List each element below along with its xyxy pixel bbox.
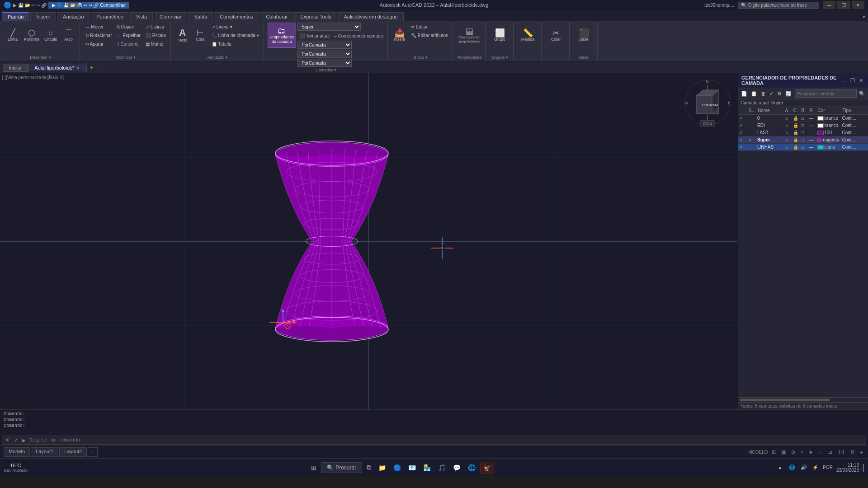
btn-aparar[interactable]: ✂ Aparar: [84, 40, 114, 48]
tab-aplicativos[interactable]: Aplicativos em destaque: [338, 12, 404, 21]
btn-rotacionar[interactable]: ↻ Rotacionar: [84, 31, 114, 39]
btn-corresponder[interactable]: = Corresponder camada: [332, 32, 385, 40]
taskview-button[interactable]: ⧉: [364, 462, 374, 473]
btn-medida[interactable]: 📏Medida: [519, 23, 537, 48]
btn-arco[interactable]: ⌒Arco: [61, 23, 77, 48]
btn-base[interactable]: ⬛Base: [576, 23, 592, 48]
zoom-icon[interactable]: 1:1: [836, 449, 846, 455]
search-box[interactable]: 🔍Digite palavra-chave ou frase: [738, 2, 819, 9]
ortho-icon[interactable]: ⊕: [790, 449, 797, 455]
layer-select-tipo[interactable]: PorCamada: [297, 50, 352, 58]
search-button[interactable]: 🔍 Procurar: [321, 462, 362, 473]
maximize-button[interactable]: ❐: [837, 1, 850, 9]
new-tab-button[interactable]: +: [86, 63, 96, 72]
app-teams[interactable]: 💬: [450, 462, 463, 473]
tab-iniciar[interactable]: Iniciar: [3, 64, 28, 72]
snap-icon[interactable]: ▦: [780, 449, 787, 455]
tab-parametrico[interactable]: Paramétrico: [91, 12, 129, 21]
angle-icon[interactable]: ∟: [816, 449, 824, 455]
panel-minimize[interactable]: —: [840, 77, 848, 84]
osnap-icon[interactable]: ◈: [807, 449, 814, 455]
layer-select-current[interactable]: Super: [297, 23, 361, 31]
btn-matriz[interactable]: ▦ Matriz: [144, 40, 168, 48]
new-layer-in-vp-btn[interactable]: 📋: [750, 90, 759, 97]
btn-colar[interactable]: ✂Colar: [548, 23, 564, 48]
layer-row-0[interactable]: ✓ 0 ☼ 🔒 □ — branco Conti...: [738, 115, 868, 122]
viewcube[interactable]: N S W E: [683, 78, 732, 127]
app-mail[interactable]: 📧: [406, 462, 419, 473]
panel-close[interactable]: ✕: [858, 77, 864, 84]
grid-icon[interactable]: ⊞: [770, 449, 777, 455]
layer-row-super[interactable]: ✓ ✓ Super ☼ 🔒 □ — magenta Conti...: [738, 136, 868, 144]
tab-modelo[interactable]: Modelo: [4, 447, 30, 457]
btn-prop-camada[interactable]: 🗂Propriedadesda camada: [268, 23, 297, 48]
tray-chevron[interactable]: ▲: [775, 463, 785, 472]
btn-tabela[interactable]: 📋 Tabela: [210, 40, 261, 48]
delete-layer-btn[interactable]: 🗑: [760, 90, 767, 97]
btn-escala[interactable]: ⬛ Escala: [144, 31, 168, 39]
minimize-button[interactable]: —: [823, 1, 835, 9]
dyn-icon[interactable]: ⊿: [827, 449, 834, 455]
tab-aula[interactable]: AulaHiperboloide* ✕: [28, 64, 85, 71]
new-layer-btn[interactable]: 📄: [740, 90, 749, 97]
refresh-btn[interactable]: 🔄: [784, 90, 793, 97]
layer-select-cor[interactable]: PorCamada: [297, 41, 352, 49]
layer-row-last[interactable]: ✓ LAST ☼ 🔒 □ — 130 Conti...: [738, 129, 868, 136]
tab-saida[interactable]: Saída: [188, 12, 213, 21]
app-spotify[interactable]: 🎵: [435, 462, 448, 473]
tab-express[interactable]: Express Tools: [294, 12, 337, 21]
viewport-icon[interactable]: +: [859, 449, 864, 455]
btn-linha-chamada[interactable]: 📞 Linha de chamada ▾: [210, 31, 261, 39]
layer-select-peso[interactable]: PorCamada: [297, 59, 352, 67]
tab-padrao[interactable]: Padrão: [2, 12, 29, 21]
settings-icon[interactable]: ⚙: [849, 449, 856, 455]
cmd-x-icon[interactable]: ✕: [2, 436, 12, 444]
layer-row-edi[interactable]: ✓ EDI ☼ 🔒 □ — branco Conti...: [738, 122, 868, 129]
make-current-btn[interactable]: ✓: [768, 90, 775, 97]
tab-colaborar[interactable]: Colaborar: [260, 12, 293, 21]
cmd-input[interactable]: [28, 436, 866, 444]
viewport[interactable]: [-][Vista personalizada][Raio X]: [0, 73, 737, 409]
app-browser[interactable]: 🔵: [391, 462, 404, 473]
tab-close-icon[interactable]: ✕: [76, 66, 80, 70]
battery-icon[interactable]: ⚡: [811, 464, 820, 471]
app-explorer[interactable]: 📁: [376, 462, 389, 473]
btn-circulo[interactable]: ○Círculo: [42, 23, 59, 48]
btn-esticar[interactable]: ⤢ Esticar: [144, 23, 168, 31]
layer-search-input[interactable]: [795, 89, 857, 98]
btn-editar-attr[interactable]: 🔧 Editar atributos: [409, 31, 450, 39]
polar-icon[interactable]: ⌖: [799, 449, 805, 455]
ribbon-collapse[interactable]: ▾: [863, 14, 865, 20]
tab-anotacao[interactable]: Anotação: [57, 12, 90, 21]
btn-texto[interactable]: ATexto: [175, 23, 191, 48]
btn-linha[interactable]: ╱Linha: [5, 23, 21, 48]
btn-inserir[interactable]: 📥Inserir: [392, 23, 408, 48]
btn-cota[interactable]: ⊢Cota: [192, 23, 208, 48]
tab-layout2[interactable]: Layout2: [59, 447, 87, 457]
app-autocad[interactable]: 🦅: [480, 462, 494, 474]
tab-vista[interactable]: Vista: [130, 12, 153, 21]
btn-editar[interactable]: ✏ Editar: [409, 23, 450, 31]
btn-polilinha[interactable]: ⬡Polilinha: [22, 23, 41, 48]
settings-btn[interactable]: ⚙: [776, 90, 783, 97]
tab-gerenciar[interactable]: Gerenciar: [154, 12, 187, 21]
btn-mover[interactable]: ↔ Mover: [84, 23, 114, 31]
btn-tomar-atual[interactable]: ⬛ Tomar atual: [297, 32, 331, 40]
layer-search-btn[interactable]: 🔍: [858, 90, 867, 97]
layer-row-linhas[interactable]: ✓ LINHAS ☼ 🔒 □ — ciano Conti...: [738, 144, 868, 151]
tab-layout1[interactable]: Layout1: [31, 447, 58, 457]
cmd-check-icon[interactable]: ✓: [12, 436, 20, 444]
close-button[interactable]: ✕: [852, 1, 864, 9]
app-store[interactable]: 🏪: [420, 462, 434, 473]
app-edge[interactable]: 🌐: [465, 462, 478, 473]
volume-icon[interactable]: 🔊: [799, 464, 808, 471]
btn-corresponder-prop[interactable]: ▤Corresponderpropriedades: [457, 23, 482, 48]
btn-grupo[interactable]: ⬜Grupo: [492, 23, 508, 48]
start-button[interactable]: ⊞: [308, 462, 319, 473]
btn-copiar[interactable]: ⎘ Copiar: [115, 23, 142, 31]
show-desktop[interactable]: │: [862, 464, 864, 471]
network-icon[interactable]: 🌐: [788, 464, 797, 471]
tab-complementos[interactable]: Complementos: [214, 12, 259, 21]
share-button[interactable]: ▶ 🔵 💾 📂 🖨️ ↩ ↪ 🔗 Compartilhar: [48, 2, 129, 9]
btn-espelhar[interactable]: ↔ Espelhar: [115, 31, 142, 39]
